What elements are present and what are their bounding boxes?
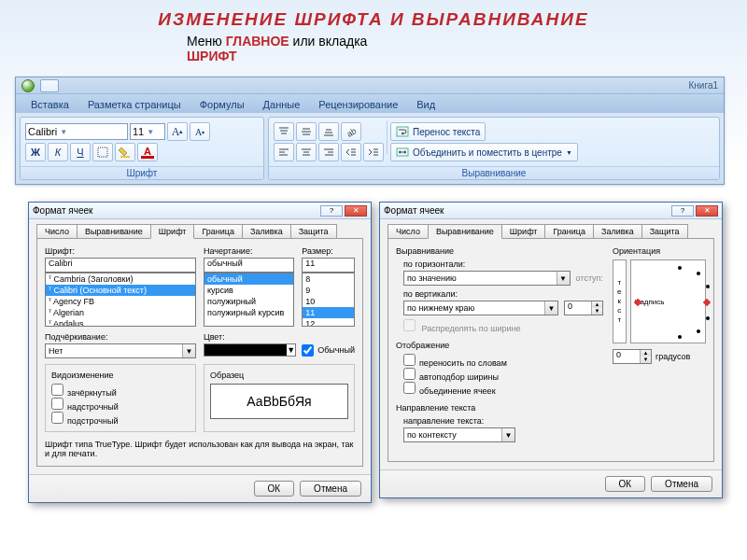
list-item[interactable]: 9 bbox=[303, 285, 354, 296]
direction-dropdown[interactable]: по контексту ▼ bbox=[403, 427, 515, 442]
orientation-heading: Ориентация bbox=[613, 246, 706, 256]
spinner-up[interactable]: ▲ bbox=[640, 350, 651, 357]
close-button[interactable]: ✕ bbox=[345, 205, 367, 217]
app-icon[interactable] bbox=[21, 79, 35, 92]
effect-strikethrough[interactable] bbox=[51, 384, 63, 396]
list-item[interactable]: 10 bbox=[303, 296, 354, 307]
list-item[interactable]: обычный bbox=[204, 273, 293, 285]
tab-data[interactable]: Данные bbox=[260, 96, 304, 113]
tab-fill[interactable]: Заливка bbox=[242, 224, 291, 238]
fill-color-button[interactable] bbox=[115, 143, 135, 161]
help-button[interactable]: ? bbox=[320, 205, 343, 217]
effect-subscript[interactable] bbox=[51, 412, 63, 424]
tab-number[interactable]: Число bbox=[36, 224, 78, 238]
wrap-words-checkbox[interactable] bbox=[403, 354, 416, 366]
tab-review[interactable]: Рецензирование bbox=[315, 96, 402, 113]
dialog-titlebar[interactable]: Формат ячеек ? ✕ bbox=[380, 203, 722, 219]
help-button[interactable]: ? bbox=[671, 205, 694, 217]
font-name-combo[interactable]: Calibri ▼ bbox=[25, 123, 128, 140]
ok-button[interactable]: ОК bbox=[605, 476, 646, 492]
spinner-up[interactable]: ▲ bbox=[591, 301, 602, 308]
font-color-button[interactable]: A bbox=[137, 143, 158, 161]
tab-border[interactable]: Граница bbox=[544, 224, 594, 238]
align-top-button[interactable] bbox=[274, 122, 294, 141]
align-bottom-button[interactable] bbox=[318, 122, 339, 141]
list-item[interactable]: курсив bbox=[204, 285, 293, 296]
underline-button[interactable]: Ч bbox=[70, 143, 91, 161]
list-item[interactable]: полужирный курсив bbox=[204, 307, 293, 318]
tab-alignment[interactable]: Выравнивание bbox=[77, 224, 151, 238]
list-item[interactable]: ᵀ Algerian bbox=[46, 307, 195, 318]
size-input[interactable]: 11 bbox=[302, 258, 355, 273]
close-button[interactable]: ✕ bbox=[696, 205, 718, 217]
decrease-indent-button[interactable] bbox=[341, 143, 361, 161]
borders-button[interactable] bbox=[92, 143, 113, 161]
tab-border[interactable]: Граница bbox=[193, 224, 243, 238]
orientation-dial[interactable]: Надпись bbox=[630, 259, 706, 343]
qat-dropdown[interactable] bbox=[40, 79, 59, 92]
align-center-button[interactable] bbox=[296, 143, 317, 161]
tab-number[interactable]: Число bbox=[388, 224, 429, 238]
normal-font-checkbox[interactable] bbox=[302, 344, 314, 357]
tab-formulas[interactable]: Формулы bbox=[196, 96, 248, 113]
vertical-dropdown[interactable]: по нижнему краю ▼ bbox=[403, 301, 558, 315]
align-middle-button[interactable] bbox=[296, 122, 317, 141]
align-left-button[interactable] bbox=[274, 143, 294, 161]
list-item[interactable]: 11 bbox=[303, 307, 354, 318]
chevron-down-icon: ▼ bbox=[287, 345, 295, 355]
tab-page-layout[interactable]: Разметка страницы bbox=[84, 96, 185, 113]
effect-superscript[interactable] bbox=[51, 398, 63, 410]
font-size-combo[interactable]: 11 ▼ bbox=[130, 123, 165, 140]
wrap-text-button[interactable]: Перенос текста bbox=[390, 122, 486, 141]
normal-font-checkbox-label[interactable]: Обычный bbox=[302, 344, 355, 357]
merge-center-button[interactable]: Объединить и поместить в центре ▼ bbox=[390, 143, 578, 161]
degrees-spinner[interactable]: 0 ▲▼ bbox=[613, 349, 652, 364]
indent-spinner[interactable]: 0 ▲▼ bbox=[564, 301, 603, 315]
list-item[interactable]: ᵀ Calibri (Основной текст) bbox=[46, 285, 195, 296]
decrease-font-button[interactable]: A▾ bbox=[190, 122, 210, 141]
tab-protection[interactable]: Защита bbox=[290, 224, 337, 238]
svg-rect-1 bbox=[120, 156, 130, 158]
list-item[interactable]: 12 bbox=[303, 318, 354, 327]
italic-button[interactable]: К bbox=[48, 143, 68, 161]
vertical-text-button[interactable]: текст bbox=[613, 259, 627, 343]
color-dropdown[interactable]: ▼ bbox=[204, 343, 296, 357]
list-item[interactable]: 8 bbox=[303, 273, 354, 285]
tab-view[interactable]: Вид bbox=[413, 96, 439, 113]
list-item[interactable]: полужирный bbox=[204, 296, 293, 307]
tab-fill[interactable]: Заливка bbox=[593, 224, 642, 238]
tab-insert[interactable]: Вставка bbox=[27, 96, 73, 113]
merge-cells-checkbox[interactable] bbox=[403, 382, 416, 394]
size-listbox[interactable]: 8 9 10 11 12 bbox=[302, 273, 355, 327]
style-listbox[interactable]: обычный курсив полужирный полужирный кур… bbox=[204, 273, 294, 327]
ok-button[interactable]: ОК bbox=[254, 481, 295, 497]
font-input[interactable]: Calibri bbox=[45, 258, 196, 273]
spinner-down[interactable]: ▼ bbox=[591, 308, 602, 315]
color-swatch bbox=[204, 344, 287, 356]
spinner-down[interactable]: ▼ bbox=[640, 357, 651, 363]
cancel-button[interactable]: Отмена bbox=[300, 481, 361, 497]
increase-font-button[interactable]: A▴ bbox=[167, 122, 188, 141]
chevron-down-icon: ▼ bbox=[182, 344, 195, 357]
tab-font[interactable]: Шрифт bbox=[150, 224, 195, 239]
tab-font[interactable]: Шрифт bbox=[501, 224, 546, 238]
bold-button[interactable]: Ж bbox=[25, 143, 46, 161]
font-label: Шрифт: bbox=[45, 246, 196, 256]
style-input[interactable]: обычный bbox=[204, 258, 294, 273]
list-item[interactable]: ᵀ Cambria (Заголовки) bbox=[46, 273, 195, 285]
align-right-button[interactable] bbox=[318, 143, 339, 161]
cancel-button[interactable]: Отмена bbox=[651, 476, 712, 492]
orientation-button[interactable]: ab bbox=[341, 122, 361, 141]
list-item[interactable]: ᵀ Agency FB bbox=[46, 296, 195, 307]
tab-protection[interactable]: Защита bbox=[641, 224, 688, 238]
increase-indent-button[interactable] bbox=[363, 143, 384, 161]
font-listbox[interactable]: ᵀ Cambria (Заголовки) ᵀ Calibri (Основно… bbox=[45, 273, 196, 327]
underline-dropdown[interactable]: Нет ▼ bbox=[45, 343, 196, 358]
dialog-titlebar[interactable]: Формат ячеек ? ✕ bbox=[29, 203, 371, 219]
horizontal-dropdown[interactable]: по значению ▼ bbox=[403, 271, 571, 286]
list-item[interactable]: ᵀ Andalus bbox=[46, 318, 195, 327]
shrink-fit-checkbox[interactable] bbox=[403, 368, 416, 380]
degrees-label: градусов bbox=[655, 352, 690, 361]
format-cells-dialog-font: Формат ячеек ? ✕ Число Выравнивание Шриф… bbox=[28, 202, 372, 503]
tab-alignment[interactable]: Выравнивание bbox=[428, 224, 502, 239]
